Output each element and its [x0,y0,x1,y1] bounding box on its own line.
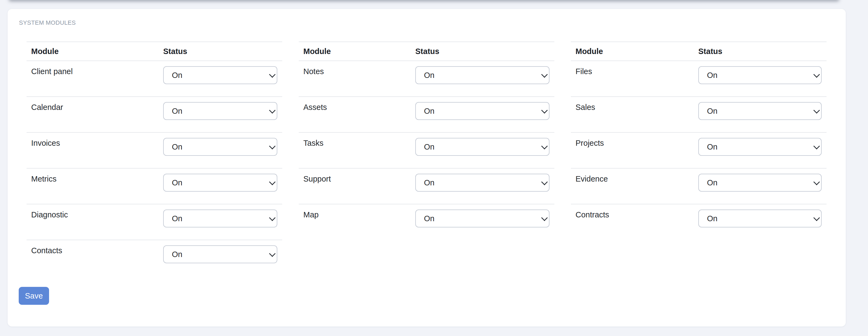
module-status-select[interactable]: On [415,66,550,84]
table-header-row: ModuleStatus [299,41,554,61]
table-row: TasksOn [299,133,554,169]
status-cell: On [698,97,827,132]
status-cell: On [698,169,827,204]
module-cell: Invoices [27,133,163,168]
table-row: DiagnosticOn [27,204,282,240]
module-status-select[interactable]: On [163,102,277,120]
table-row: AssetsOn [299,97,554,133]
module-status-select[interactable]: On [415,174,550,192]
module-name-label: Support [303,169,415,184]
status-cell: On [163,61,282,96]
column-header-status: Status [415,47,554,56]
column-header-module: Module [571,47,698,56]
module-status-select[interactable]: On [698,66,822,84]
module-name-label: Sales [576,97,698,112]
table-header-row: ModuleStatus [27,41,282,61]
module-cell: Contacts [27,240,163,276]
module-name-label: Metrics [31,169,163,184]
status-select-wrap: On [698,209,822,227]
column-header-status: Status [698,47,827,56]
table-row: CalendarOn [27,97,282,133]
module-status-select[interactable]: On [163,138,277,156]
save-button[interactable]: Save [19,287,49,305]
table-row: EvidenceOn [571,169,827,204]
status-select-wrap: On [415,174,550,192]
module-name-label: Map [303,204,415,220]
modules-table: ModuleStatusNotesOnAssetsOnTasksOnSuppor… [299,41,554,240]
module-status-select[interactable]: On [163,209,277,227]
status-select-wrap: On [415,209,550,227]
module-cell: Client panel [27,61,163,96]
status-cell: On [415,169,554,204]
module-status-select[interactable]: On [415,209,550,227]
module-name-label: Contracts [576,204,698,220]
module-status-select[interactable]: On [415,138,550,156]
table-row: NotesOn [299,61,554,97]
module-cell: Diagnostic [27,204,163,240]
status-cell: On [163,97,282,132]
table-row: MetricsOn [27,169,282,204]
table-row: ContractsOn [571,204,827,240]
module-cell: Support [299,169,415,204]
module-name-label: Assets [303,97,415,112]
module-cell: Projects [571,133,698,168]
module-status-select[interactable]: On [698,138,822,156]
status-cell: On [415,133,554,168]
status-select-wrap: On [698,138,822,156]
status-select-wrap: On [415,66,550,84]
status-cell: On [415,97,554,132]
module-tables-container: ModuleStatusClient panelOnCalendarOnInvo… [27,41,827,276]
section-title: SYSTEM MODULES [19,19,76,27]
module-status-select[interactable]: On [698,209,822,227]
table-row: Client panelOn [27,61,282,97]
status-select-wrap: On [163,66,277,84]
module-name-label: Invoices [31,133,163,148]
status-select-wrap: On [163,102,277,120]
module-name-label: Projects [576,133,698,148]
module-cell: Map [299,204,415,240]
module-cell: Evidence [571,169,698,204]
status-cell: On [163,169,282,204]
status-select-wrap: On [415,102,550,120]
system-modules-card: SYSTEM MODULES ModuleStatusClient panelO… [8,9,846,327]
module-name-label: Contacts [31,240,163,255]
table-row: SalesOn [571,97,827,133]
column-header-module: Module [299,47,415,56]
status-cell: On [698,204,827,240]
column-header-status: Status [163,47,282,56]
module-status-select[interactable]: On [163,66,277,84]
status-cell: On [698,61,827,96]
table-row: ProjectsOn [571,133,827,169]
module-cell: Calendar [27,97,163,132]
module-cell: Contracts [571,204,698,240]
table-row: InvoicesOn [27,133,282,169]
status-cell: On [163,240,282,276]
status-select-wrap: On [698,66,822,84]
module-status-select[interactable]: On [163,174,277,192]
modules-table: ModuleStatusClient panelOnCalendarOnInvo… [27,41,282,276]
module-status-select[interactable]: On [698,102,822,120]
status-select-wrap: On [698,102,822,120]
table-row: SupportOn [299,169,554,204]
module-cell: Metrics [27,169,163,204]
module-name-label: Diagnostic [31,204,163,220]
status-select-wrap: On [698,174,822,192]
module-name-label: Calendar [31,97,163,112]
module-name-label: Tasks [303,133,415,148]
module-name-label: Client panel [31,61,163,76]
status-select-wrap: On [163,174,277,192]
status-select-wrap: On [163,138,277,156]
module-cell: Notes [299,61,415,96]
table-header-row: ModuleStatus [571,41,827,61]
module-name-label: Files [576,61,698,76]
status-cell: On [698,133,827,168]
system-modules-page: { "page": { "section_title": "SYSTEM MOD… [0,0,868,336]
module-name-label: Evidence [576,169,698,184]
module-cell: Tasks [299,133,415,168]
modules-table: ModuleStatusFilesOnSalesOnProjectsOnEvid… [571,41,827,240]
module-status-select[interactable]: On [698,174,822,192]
module-status-select[interactable]: On [163,245,277,263]
module-status-select[interactable]: On [415,102,550,120]
column-header-module: Module [27,47,163,56]
module-name-label: Notes [303,61,415,76]
